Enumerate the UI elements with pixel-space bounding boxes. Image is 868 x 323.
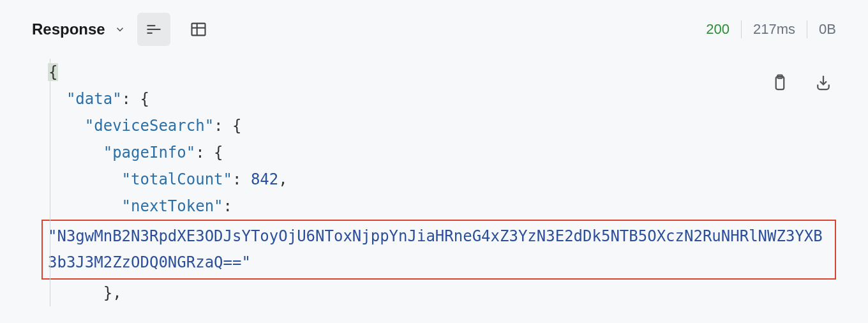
- value-nextToken: "N3gwMnB2N3RpdXE3ODJsYToyOjU6NToxNjppYnJ…: [48, 227, 823, 271]
- next-token-highlight: "N3gwMnB2N3RpdXE3ODJsYToyOjU6NToxNjppYnJ…: [41, 220, 836, 280]
- json-code-tail[interactable]: },: [48, 280, 836, 306]
- response-title: Response: [32, 20, 105, 38]
- response-header: Response 200 217ms 0B: [0, 0, 868, 59]
- format-view-button[interactable]: [137, 13, 170, 46]
- key-pageInfo: pageInfo: [112, 144, 186, 162]
- table-view-button[interactable]: [182, 13, 215, 46]
- svg-rect-3: [191, 24, 205, 36]
- value-totalCount: 842: [251, 170, 278, 188]
- chevron-down-icon: [114, 24, 126, 35]
- key-data: data: [75, 90, 112, 108]
- response-body: { "data": { "deviceSearch": { "pageInfo"…: [0, 59, 868, 306]
- header-left: Response: [32, 13, 215, 46]
- key-deviceSearch: deviceSearch: [94, 117, 204, 135]
- open-brace: {: [48, 63, 58, 81]
- key-nextToken: nextToken: [131, 197, 214, 215]
- response-time: 217ms: [742, 21, 807, 38]
- response-dropdown[interactable]: Response: [32, 20, 126, 38]
- table-icon: [190, 20, 207, 38]
- status-code: 200: [694, 21, 741, 38]
- json-code[interactable]: { "data": { "deviceSearch": { "pageInfo"…: [48, 59, 836, 220]
- response-size: 0B: [807, 21, 836, 38]
- header-right: 200 217ms 0B: [694, 20, 836, 38]
- key-totalCount: totalCount: [131, 170, 223, 188]
- format-icon: [145, 20, 163, 38]
